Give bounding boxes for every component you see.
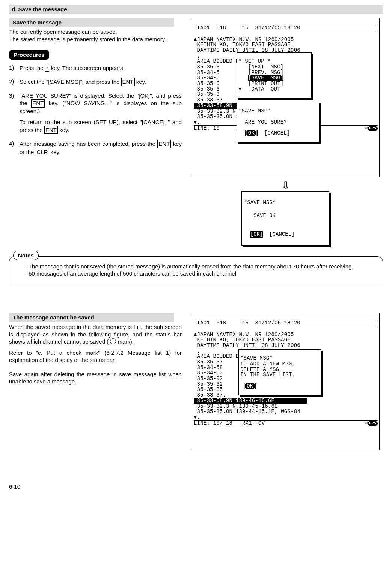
- lcd-screen-1: IA01 518 15 31/12/05 18:20 ▲JAPAN NAVTEX…: [191, 18, 380, 177]
- lcd2-status-top: IA01 518 15 31/12/05 18:20: [194, 320, 378, 326]
- lcd2-highlight-row: 35-33-58.9N 139-46-16.6E: [194, 398, 307, 404]
- setup-popup-selected[interactable]: [SAVE MSG]: [248, 75, 284, 81]
- section-title-bar: d. Save the message: [9, 5, 383, 14]
- step-1: 1) Press the * key. The sub screen appea…: [9, 64, 182, 72]
- notes-box: Notes - The message that is not saved (t…: [9, 256, 383, 283]
- step3-text-d: key.: [58, 127, 69, 133]
- intro-paragraph: The currently open message can be saved.…: [9, 28, 182, 43]
- memfull-line2: DELETE A MSG: [240, 366, 279, 372]
- setup-popup-lines2: [PRINT OUT] ▼ DATA OUT: [238, 80, 283, 92]
- page-number: 6-10: [9, 483, 383, 491]
- memfull-line3: IN THE SAVE LIST.: [240, 372, 295, 378]
- save-message-heading-text: Save the message: [13, 19, 62, 26]
- step3-text-c: To return to the sub screen (SET UP), se…: [20, 119, 182, 133]
- save-ok-body: SAVE OK: [244, 212, 276, 218]
- circle-mark-icon: [110, 338, 116, 344]
- notes-label: Notes: [13, 251, 39, 260]
- note-2: - 50 messages of an average length of 50…: [25, 270, 377, 277]
- gps-icon: GPS: [368, 126, 378, 131]
- memfull-line1: TO ADD A NEW MSG,: [240, 361, 295, 367]
- save-message-heading: Save the message: [9, 18, 174, 27]
- procedures-label: Procedures: [9, 50, 49, 60]
- cannot-save-heading: The message cannot be saved: [9, 313, 174, 322]
- step-2: 2) Select the "[SAVE MSG]", and press th…: [9, 78, 182, 86]
- memfull-title: *SAVE MSG*: [240, 355, 273, 361]
- step1-text-a: Press the: [20, 65, 45, 71]
- save-popup-question: ARE YOU SURE?: [238, 119, 287, 125]
- lcd2-line-label: LINE: 10/ 18 RX1--OV: [194, 420, 265, 426]
- clr-key: CLR: [36, 148, 49, 156]
- cannot-para1-a: When the saved message in the data memor…: [9, 324, 182, 345]
- memory-full-popup: *SAVE MSG* TO ADD A NEW MSG, DELETE A MS…: [238, 349, 321, 396]
- step1-text-b: key. The sub screen appears.: [49, 65, 124, 71]
- gps-icon: GPS: [368, 421, 378, 426]
- step4-text-c: key.: [49, 149, 61, 155]
- ok-button[interactable]: [OK]: [245, 130, 258, 136]
- step-4: 4) After message saving has been complet…: [9, 140, 182, 156]
- arrow-down-icon: ⇩: [281, 182, 290, 190]
- setup-popup: * SET UP * [NEXT MSG] [PREV. MSG] [SAVE …: [237, 52, 312, 99]
- step-3: 3) "ARE YOU SURE?" is displayed. Select …: [9, 92, 182, 134]
- ent-key: ENT: [31, 99, 45, 108]
- lcd1-status-top: IA01 518 15 31/12/05 18:20: [194, 25, 378, 31]
- step2-text-b: key.: [135, 79, 146, 85]
- ok-button[interactable]: [OK]: [250, 231, 263, 238]
- note-1: - The message that is not saved (the sto…: [25, 263, 377, 270]
- ent-key: ENT: [121, 78, 135, 86]
- cancel-button[interactable]: [CANCEL]: [263, 231, 294, 237]
- lcd-screen-2: IA01 518 15 31/12/05 18:20 ▲JAPAN NAVTEX…: [191, 313, 380, 450]
- cannot-para1-b: mark).: [116, 338, 134, 345]
- save-ok-title: *SAVE MSG*: [244, 200, 276, 206]
- asterisk-key: *: [45, 64, 50, 72]
- cancel-button[interactable]: [CANCEL]: [258, 130, 290, 136]
- lcd2-body2: 35-33-32.3 N 139-45-16.6E 35-35-35.ON 13…: [194, 403, 300, 420]
- step2-text-a: Select the "[SAVE MSG]", and press the: [20, 79, 121, 85]
- cannot-para-3: Save again after deleting the message in…: [9, 371, 182, 385]
- ent-key: ENT: [44, 126, 58, 134]
- section-title-text: d. Save the message: [12, 6, 67, 12]
- lcd1-line-label: LINE: 10: [194, 125, 220, 131]
- cannot-para-1: When the saved message in the data memor…: [9, 323, 182, 345]
- save-confirm-popup: *SAVE MSG* ARE YOU SURE? [OK] [CANCEL]: [237, 102, 319, 143]
- save-popup-title: *SAVE MSG*: [238, 108, 271, 114]
- cannot-para-2: Refer to "c. Put a check mark" (6.2.7.2 …: [9, 349, 182, 364]
- step4-text-a: After message saving has been completed,…: [20, 141, 157, 147]
- procedures-label-text: Procedures: [14, 51, 45, 58]
- lcd2-status-bottom: LINE: 10/ 18 RX1--OV✉GPS: [194, 420, 378, 427]
- save-ok-popup: *SAVE MSG* SAVE OK [OK] [CANCEL]: [241, 191, 329, 245]
- ent-key: ENT: [157, 140, 171, 148]
- cannot-save-heading-text: The message cannot be saved: [13, 314, 94, 321]
- ok-button[interactable]: [OK]: [244, 383, 256, 389]
